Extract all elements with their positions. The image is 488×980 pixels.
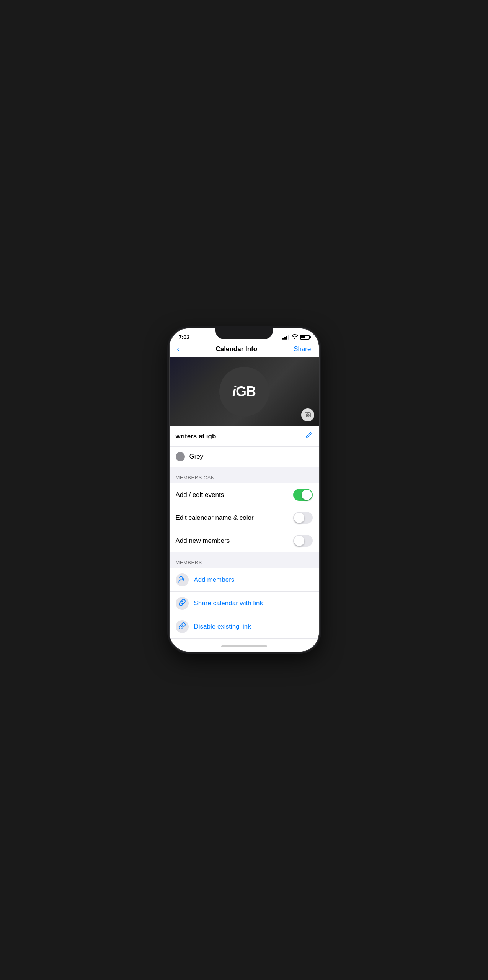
signal-bars-icon: [282, 335, 289, 340]
phone-frame: 7:02: [170, 328, 319, 652]
svg-point-0: [307, 415, 308, 416]
unlink-icon: [178, 622, 186, 631]
share-link-icon-circle: [176, 597, 189, 610]
settings-row-edit-name-color: Edit calendar name & color: [170, 506, 319, 529]
back-button[interactable]: ‹: [177, 345, 180, 353]
scroll-content[interactable]: iGB writers at igb: [170, 357, 319, 641]
home-bar: [221, 645, 267, 647]
camera-button[interactable]: [301, 408, 314, 421]
calendar-name-section: writers at igb: [170, 426, 319, 447]
hero-logo-circle: iGB: [219, 367, 269, 416]
color-row: Grey: [170, 447, 319, 467]
add-new-members-toggle[interactable]: [293, 535, 313, 547]
hero-image: iGB: [170, 357, 319, 426]
share-calendar-link-label: Share calendar with link: [194, 599, 263, 607]
add-members-label: Add members: [194, 576, 235, 584]
hero-logo-text: iGB: [232, 384, 256, 400]
add-members-icon-circle: [176, 573, 189, 586]
calendar-name: writers at igb: [176, 433, 216, 440]
add-person-icon: [178, 576, 186, 584]
add-edit-events-label: Add / edit events: [176, 491, 224, 499]
settings-row-add-new-members: Add new members: [170, 529, 319, 552]
add-edit-events-toggle[interactable]: [293, 489, 313, 501]
phone-screen: 7:02: [170, 328, 319, 652]
notch: [215, 328, 273, 339]
home-indicator: [170, 641, 319, 652]
disable-link-icon-circle: [176, 620, 189, 633]
nav-bar: ‹ Calendar Info Share: [170, 342, 319, 357]
svg-point-1: [180, 576, 183, 579]
edit-name-color-toggle[interactable]: [293, 512, 313, 524]
wifi-icon: [292, 334, 298, 340]
members-can-header: MEMBERS CAN:: [170, 467, 319, 483]
settings-row-add-edit-events: Add / edit events: [170, 483, 319, 506]
members-can-group: Add / edit events Edit calendar name & c…: [170, 483, 319, 552]
battery-icon: [300, 335, 310, 340]
share-calendar-link-row[interactable]: Share calendar with link: [170, 592, 319, 615]
color-dot: [176, 452, 185, 461]
add-members-row[interactable]: Add members: [170, 568, 319, 592]
page-title: Calendar Info: [216, 345, 258, 353]
edit-icon[interactable]: [305, 431, 313, 441]
members-actions-group: Add members Share calendar with link: [170, 568, 319, 641]
edit-name-color-label: Edit calendar name & color: [176, 514, 254, 522]
disable-existing-link-row[interactable]: Disable existing link: [170, 615, 319, 639]
link-icon: [178, 599, 186, 608]
add-new-members-label: Add new members: [176, 537, 230, 545]
status-time: 7:02: [179, 334, 190, 340]
members-section-header: MEMBERS: [170, 552, 319, 568]
status-icons: [282, 334, 310, 340]
disable-existing-link-label: Disable existing link: [194, 623, 251, 630]
color-label: Grey: [189, 453, 204, 461]
share-button[interactable]: Share: [294, 345, 311, 353]
